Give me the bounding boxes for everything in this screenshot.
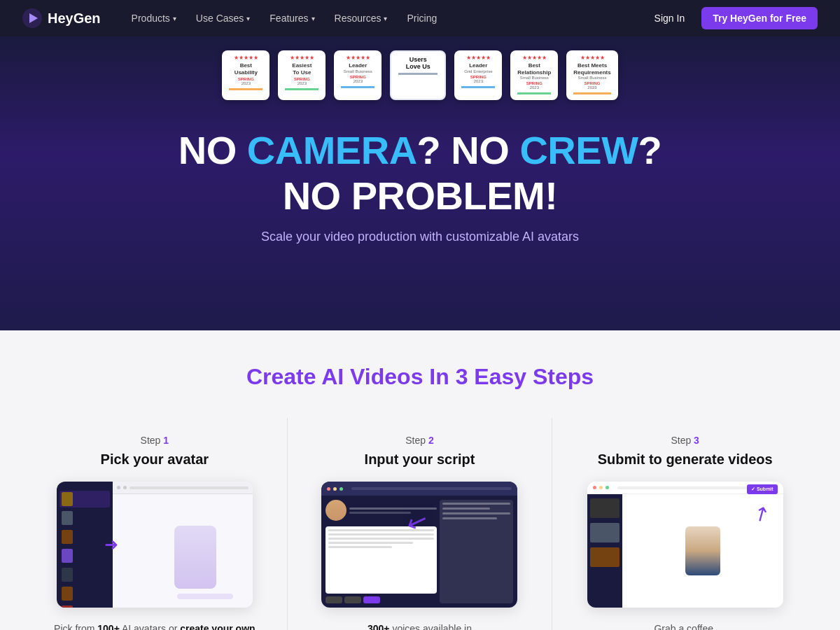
step-2-mockup: ↙ bbox=[321, 482, 517, 608]
step-2: Step 2 Input your script bbox=[288, 418, 553, 630]
step-1-label: Step 1 bbox=[141, 435, 169, 446]
step-1-desc: Pick from 100+ AI avatars or create your… bbox=[54, 622, 255, 630]
person-row bbox=[59, 566, 110, 583]
try-heygen-button[interactable]: Try HeyGen for Free bbox=[701, 7, 818, 29]
steps-section: Create AI Videos In 3 Easy Steps Step 1 … bbox=[0, 330, 840, 630]
nav-products[interactable]: Products ▾ bbox=[123, 8, 185, 28]
avatar-placeholder bbox=[174, 526, 216, 589]
avatar-preview bbox=[326, 500, 346, 521]
badge-easiest-to-use: ★★★★★ EasiestTo Use SPRING 2023 bbox=[278, 50, 326, 100]
person-preview bbox=[685, 526, 720, 575]
signin-button[interactable]: Sign In bbox=[646, 8, 694, 28]
nav-actions: Sign In Try HeyGen for Free bbox=[646, 7, 818, 29]
step-3-mockup: ✓ Submit ↗ bbox=[587, 482, 783, 608]
chevron-down-icon: ▾ bbox=[173, 15, 176, 22]
person-row bbox=[59, 491, 110, 507]
editor-topbar bbox=[321, 482, 517, 496]
badge-users-love-us: UsersLove Us bbox=[390, 50, 446, 100]
voice-panel bbox=[440, 500, 514, 603]
script-editor bbox=[321, 482, 517, 608]
person-row bbox=[59, 528, 110, 545]
avatar-list bbox=[587, 494, 622, 608]
step-1-name: Pick your avatar bbox=[101, 451, 209, 468]
step-2-desc: 300+ voices available in 40+ languages bbox=[368, 622, 472, 630]
nav-use-cases[interactable]: Use Cases ▾ bbox=[188, 8, 258, 28]
logo-icon bbox=[22, 8, 42, 28]
person-row bbox=[59, 547, 110, 564]
hero-heading: NO CAMERA? NO CREW? NO PROBLEM! bbox=[0, 128, 840, 218]
navbar: HeyGen Products ▾ Use Cases ▾ Features ▾… bbox=[0, 0, 840, 36]
badge-best-usability: ★★★★★ BestUsability SPRING 2023 bbox=[222, 50, 270, 100]
badge-best-relationship: ★★★★★ BestRelationship Small Business SP… bbox=[510, 50, 558, 100]
step-2-label: Step 2 bbox=[405, 435, 434, 446]
step-1: Step 1 Pick your avatar bbox=[22, 418, 288, 630]
chevron-down-icon: ▾ bbox=[312, 15, 315, 22]
mockup-content bbox=[113, 494, 253, 608]
badges-row: ★★★★★ BestUsability SPRING 2023 ★★★★★ Ea… bbox=[0, 50, 840, 100]
generate-ui: ✓ Submit ↗ bbox=[587, 482, 783, 608]
step-3-desc: Grab a coffee. Your video will be genera… bbox=[598, 622, 771, 630]
nav-resources[interactable]: Resources ▾ bbox=[326, 8, 396, 28]
selection-arrow: ➜ bbox=[104, 535, 118, 554]
badge-best-meets: ★★★★★ Best MeetsRequirements Small Busin… bbox=[566, 50, 617, 100]
person-row bbox=[59, 604, 110, 608]
step-1-mockup: ➜ bbox=[57, 482, 253, 608]
nav-pricing[interactable]: Pricing bbox=[398, 8, 445, 28]
logo-text: HeyGen bbox=[48, 10, 101, 27]
hero-subtitle: Scale your video production with customi… bbox=[0, 230, 840, 244]
chevron-down-icon: ▾ bbox=[384, 15, 387, 22]
step-2-name: Input your script bbox=[365, 451, 475, 468]
step-3-name: Submit to generate videos bbox=[598, 451, 773, 468]
logo[interactable]: HeyGen bbox=[22, 8, 101, 28]
nav-features[interactable]: Features ▾ bbox=[261, 8, 323, 28]
badge-leader-small: ★★★★★ Leader Small Business SPRING 2023 bbox=[334, 50, 382, 100]
nav-links: Products ▾ Use Cases ▾ Features ▾ Resour… bbox=[123, 8, 646, 28]
mockup-header bbox=[113, 482, 253, 494]
step-3: Step 3 Submit to generate videos ✓ Submi… bbox=[552, 418, 818, 630]
hero-section: ★★★★★ BestUsability SPRING 2023 ★★★★★ Ea… bbox=[0, 36, 840, 330]
badge-leader-grid: ★★★★★ Leader Grid Enterprise SPRING 2023 bbox=[454, 50, 502, 100]
steps-title: Create AI Videos In 3 Easy Steps bbox=[22, 364, 818, 390]
chevron-down-icon: ▾ bbox=[246, 15, 250, 22]
person-row bbox=[59, 585, 110, 602]
submit-button-mock: ✓ Submit bbox=[747, 484, 778, 494]
person-row bbox=[59, 510, 110, 526]
editor-controls bbox=[326, 596, 436, 603]
step-3-label: Step 3 bbox=[671, 435, 699, 446]
steps-grid: Step 1 Pick your avatar bbox=[22, 418, 818, 630]
